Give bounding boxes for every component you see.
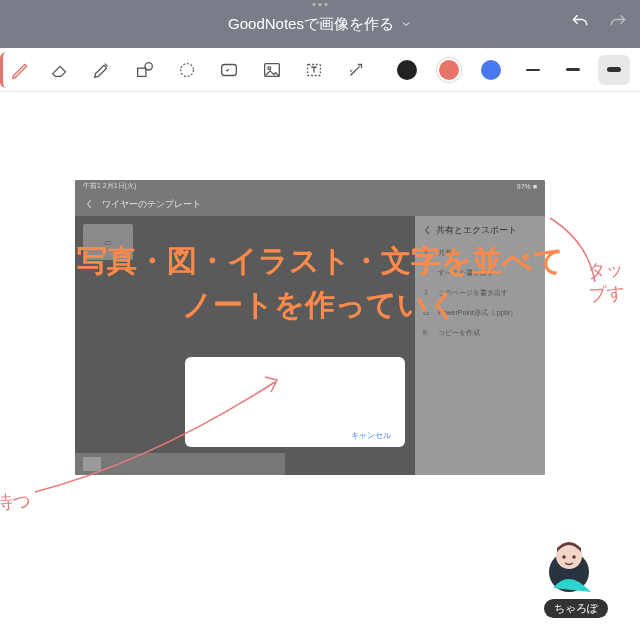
lasso-tool[interactable] — [170, 52, 204, 88]
avatar-name-badge: ちゃろぽ — [544, 599, 608, 618]
embedded-screenshot: 午前1 2月1日(火) 97% ■ く ワイヤーのテンプレート ▭ キャンセル … — [75, 180, 545, 475]
dialog-cancel: キャンセル — [351, 430, 391, 441]
handwriting-tap: タップす — [586, 255, 640, 307]
color-black[interactable] — [390, 52, 424, 88]
thickness-thin[interactable] — [517, 55, 549, 85]
eraser-tool[interactable] — [43, 52, 77, 88]
app-header: GoodNotesで画像を作る — [0, 0, 640, 48]
inner-status-bar: 午前1 2月1日(火) 97% ■ — [75, 180, 545, 192]
thickness-thick[interactable] — [598, 55, 630, 85]
svg-point-1 — [145, 62, 152, 69]
avatar — [533, 528, 605, 600]
svg-point-5 — [268, 66, 271, 69]
pen-tool[interactable] — [0, 52, 35, 88]
pointer-tool[interactable] — [339, 52, 373, 88]
drag-handle-icon — [313, 3, 328, 6]
svg-rect-3 — [222, 64, 237, 75]
image-tool[interactable] — [254, 52, 288, 88]
svg-point-9 — [562, 555, 566, 559]
thickness-med[interactable] — [557, 55, 589, 85]
inner-dialog: キャンセル — [185, 357, 405, 447]
overlay-caption: 写真・図・イラスト・文字を並べて ノートを作っていく — [60, 239, 580, 326]
back-icon: く — [85, 198, 94, 211]
color-blue[interactable] — [474, 52, 508, 88]
inner-header: く ワイヤーのテンプレート — [75, 192, 545, 216]
page-title[interactable]: GoodNotesで画像を作る — [228, 15, 412, 34]
text-tool[interactable] — [297, 52, 331, 88]
handwriting-wait: 待つ — [0, 489, 32, 515]
inner-footer — [75, 453, 285, 475]
sticker-tool[interactable] — [212, 52, 246, 88]
svg-point-2 — [181, 63, 194, 76]
undo-icon[interactable] — [570, 12, 590, 36]
highlighter-tool[interactable] — [85, 52, 119, 88]
tool-toolbar — [0, 48, 640, 92]
redo-icon[interactable] — [608, 12, 628, 36]
svg-point-10 — [572, 555, 576, 559]
note-canvas[interactable]: 午前1 2月1日(火) 97% ■ く ワイヤーのテンプレート ▭ キャンセル … — [0, 92, 640, 640]
back-icon: く — [423, 224, 432, 237]
inner-title: ワイヤーのテンプレート — [102, 198, 201, 211]
shape-tool[interactable] — [127, 52, 161, 88]
color-red[interactable] — [432, 52, 466, 88]
chevron-down-icon — [400, 18, 412, 30]
svg-rect-0 — [137, 68, 145, 76]
